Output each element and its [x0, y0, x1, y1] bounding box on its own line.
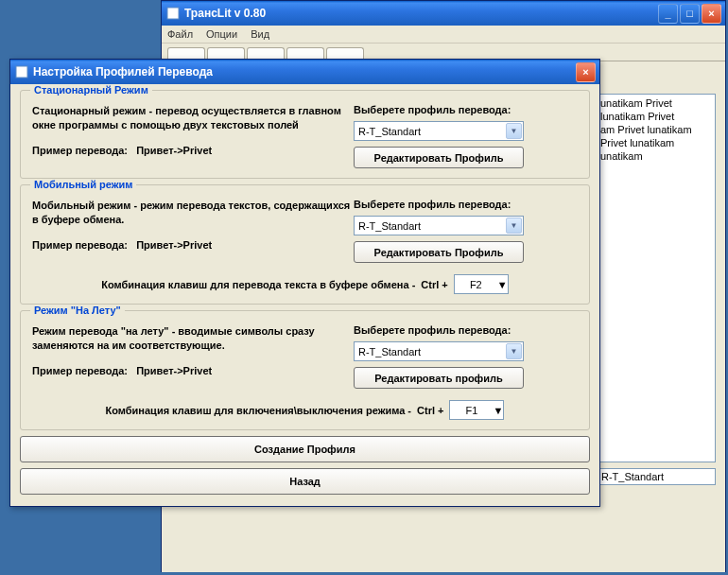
dialog-title: Настройка Профилей Перевода — [33, 65, 576, 78]
stationary-select-label: Выберете профиль перевода: — [354, 104, 578, 115]
onfly-hotkey-label: Комбинация клавиш для включения\выключен… — [106, 405, 412, 416]
main-titlebar: ТрансLit v 0.80 _ □ × — [162, 1, 725, 26]
group-stationary: Стационарный Режим Стационарный режим - … — [20, 90, 590, 179]
main-title: ТрансLit v 0.80 — [184, 7, 658, 20]
close-button[interactable]: × — [702, 4, 721, 24]
mobile-example-label: Пример перевода: — [32, 239, 128, 251]
stationary-example-label: Пример перевода: — [32, 145, 128, 156]
group-mobile: Мобильный режим Мобильный режим - режим … — [20, 184, 590, 305]
mobile-example-value: Привет->Privet — [136, 239, 212, 251]
settings-dialog: Настройка Профилей Перевода × Стационарн… — [9, 59, 600, 507]
menu-view[interactable]: Вид — [251, 28, 269, 40]
status-profile: R-T_Standart — [597, 468, 716, 485]
onfly-example-value: Привет->Privet — [136, 365, 212, 376]
dialog-close-button[interactable]: × — [576, 62, 596, 82]
onfly-desc: Режим перевода "на лету" - вводимые симв… — [32, 324, 354, 353]
chevron-down-icon: ▼ — [497, 279, 508, 290]
app-icon — [165, 6, 181, 21]
stationary-desc: Стационарный режим - перевод осуществляе… — [32, 104, 354, 132]
svg-rect-0 — [167, 8, 179, 19]
onfly-hotkey-select[interactable]: F1 ▼ — [449, 400, 504, 420]
onfly-example-label: Пример перевода: — [32, 365, 128, 376]
chevron-down-icon: ▼ — [506, 123, 522, 139]
mobile-hotkey-select[interactable]: F2 ▼ — [454, 274, 509, 294]
menubar: Файл Опции Вид — [162, 26, 725, 44]
menu-file[interactable]: Файл — [167, 28, 193, 40]
chevron-down-icon: ▼ — [506, 343, 522, 359]
mobile-hotkey-prefix: Ctrl + — [421, 279, 447, 290]
mobile-hotkey-value: F2 — [455, 279, 497, 290]
maximize-button[interactable]: □ — [680, 4, 700, 24]
dialog-icon — [14, 64, 29, 79]
stationary-example-value: Привет->Privet — [136, 145, 212, 156]
output-text[interactable]: unatikam Privet lunatikam Privet am Priv… — [597, 94, 716, 462]
onfly-profile-value: R-T_Standart — [355, 346, 505, 357]
onfly-select-label: Выберете профиль перевода: — [354, 324, 578, 336]
mobile-profile-value: R-T_Standart — [355, 220, 505, 232]
dialog-titlebar: Настройка Профилей Перевода × — [10, 60, 599, 84]
onfly-profile-select[interactable]: R-T_Standart ▼ — [354, 341, 524, 361]
chevron-down-icon: ▼ — [506, 218, 522, 234]
group-mobile-title: Мобильный режим — [30, 179, 136, 190]
mobile-edit-button[interactable]: Редактировать Профиль — [354, 241, 524, 263]
stationary-profile-value: R-T_Standart — [355, 126, 505, 137]
onfly-hotkey-prefix: Ctrl + — [417, 405, 443, 416]
menu-options[interactable]: Опции — [206, 28, 237, 40]
stationary-profile-select[interactable]: R-T_Standart ▼ — [354, 121, 524, 141]
group-stationary-title: Стационарный Режим — [30, 84, 152, 96]
svg-rect-1 — [16, 66, 27, 78]
group-onfly-title: Режим "На Лету" — [30, 305, 125, 316]
mobile-profile-select[interactable]: R-T_Standart ▼ — [354, 216, 524, 235]
onfly-edit-button[interactable]: Редактировать профиль — [354, 367, 524, 389]
back-button[interactable]: Назад — [20, 468, 590, 495]
mobile-desc: Мобильный режим - режим перевода текстов… — [32, 199, 354, 227]
minimize-button[interactable]: _ — [658, 4, 678, 24]
create-profile-button[interactable]: Создание Профиля — [20, 436, 590, 462]
mobile-hotkey-label: Комбинация клавиш для перевода текста в … — [101, 279, 415, 290]
group-onfly: Режим "На Лету" Режим перевода "на лету"… — [20, 310, 590, 430]
onfly-hotkey-value: F1 — [450, 405, 493, 416]
stationary-edit-button[interactable]: Редактировать Профиль — [354, 147, 524, 168]
mobile-select-label: Выберете профиль перевода: — [354, 199, 578, 210]
chevron-down-icon: ▼ — [494, 405, 504, 416]
